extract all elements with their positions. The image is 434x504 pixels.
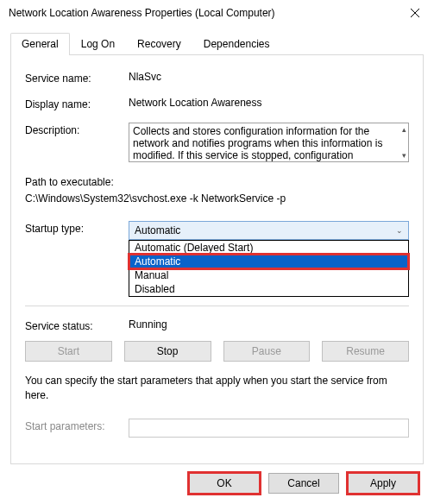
dialog-content: General Log On Recovery Dependencies Ser…	[0, 26, 434, 475]
tab-panel-general: Service name: NlaSvc Display name: Netwo…	[10, 55, 424, 464]
value-service-name: NlaSvc	[129, 71, 409, 83]
startup-type-combobox[interactable]: Automatic ⌄	[129, 221, 409, 240]
chevron-up-icon[interactable]: ▴	[402, 125, 406, 134]
window-title: Network Location Awareness Properties (L…	[9, 7, 275, 19]
chevron-down-icon: ⌄	[396, 226, 403, 235]
label-start-parameters: Start parameters:	[25, 419, 129, 432]
ok-button[interactable]: OK	[189, 473, 260, 494]
label-description: Description:	[25, 123, 129, 136]
divider	[25, 306, 409, 306]
value-path-to-exe: C:\Windows\System32\svchost.exe -k Netwo…	[25, 191, 409, 207]
close-button[interactable]	[395, 0, 434, 26]
chevron-down-icon[interactable]: ▾	[402, 151, 406, 160]
startup-option-manual[interactable]: Manual	[129, 268, 408, 282]
cancel-button[interactable]: Cancel	[268, 473, 339, 494]
description-box[interactable]: Collects and stores configuration inform…	[129, 123, 409, 162]
label-display-name: Display name:	[25, 97, 129, 110]
startup-option-delayed[interactable]: Automatic (Delayed Start)	[129, 241, 408, 255]
tab-dependencies[interactable]: Dependencies	[192, 33, 281, 54]
hint-text: You can specify the start parameters tha…	[25, 374, 409, 403]
startup-option-automatic[interactable]: Automatic	[129, 255, 408, 268]
tab-recovery[interactable]: Recovery	[126, 33, 192, 54]
label-service-name: Service name:	[25, 71, 129, 85]
close-icon	[411, 9, 419, 17]
resume-button: Resume	[322, 341, 409, 362]
tab-logon[interactable]: Log On	[70, 33, 126, 54]
label-service-status: Service status:	[25, 318, 129, 332]
stop-button[interactable]: Stop	[124, 341, 211, 362]
label-startup-type: Startup type:	[25, 221, 129, 235]
start-parameters-input	[129, 419, 409, 438]
startup-option-disabled[interactable]: Disabled	[129, 282, 408, 296]
pause-button: Pause	[223, 341, 311, 362]
tab-general[interactable]: General	[10, 33, 70, 54]
description-text: Collects and stores configuration inform…	[133, 125, 382, 161]
label-path-to-exe: Path to executable:	[25, 174, 409, 191]
dialog-button-row: OK Cancel Apply	[0, 473, 434, 494]
value-service-status: Running	[129, 318, 409, 331]
titlebar: Network Location Awareness Properties (L…	[0, 0, 434, 26]
value-display-name: Network Location Awareness	[129, 97, 409, 109]
tab-bar: General Log On Recovery Dependencies	[10, 33, 424, 55]
startup-type-selected: Automatic	[135, 224, 180, 236]
apply-button[interactable]: Apply	[348, 473, 418, 494]
startup-type-dropdown: Automatic (Delayed Start) Automatic Manu…	[129, 240, 409, 297]
start-button: Start	[25, 341, 112, 362]
